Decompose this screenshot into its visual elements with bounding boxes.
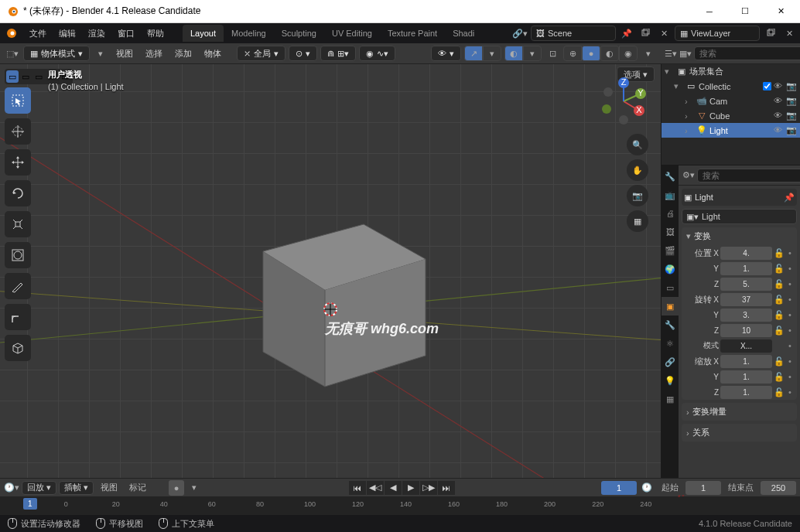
header-object[interactable]: 物体: [200, 46, 226, 61]
outliner-root[interactable]: ▾ ▣ 场景集合: [662, 64, 800, 79]
ptab-render[interactable]: 📺: [662, 186, 679, 204]
ptab-data[interactable]: 💡: [662, 371, 679, 390]
value-input[interactable]: 37: [720, 293, 772, 306]
value-input[interactable]: 1.: [720, 262, 772, 275]
mode-dropdown[interactable]: X...: [720, 339, 772, 353]
mode-dropdown[interactable]: ▦物体模式▾: [23, 46, 90, 61]
ptab-output[interactable]: 🖨: [662, 204, 679, 223]
disclosure-icon[interactable]: ›: [686, 408, 689, 417]
select-box-icon[interactable]: ▭: [6, 70, 19, 83]
lock-icon[interactable]: 🔓: [774, 326, 785, 336]
menu-window[interactable]: 窗口: [111, 26, 141, 42]
jump-end-icon[interactable]: ⏭: [438, 481, 455, 495]
header-view[interactable]: 视图: [111, 46, 138, 61]
chevron-down-icon[interactable]: ▾: [483, 46, 501, 61]
ptab-world[interactable]: 🌍: [662, 260, 679, 278]
xray-icon[interactable]: ⊡: [545, 46, 560, 61]
eye-icon[interactable]: 👁: [774, 125, 785, 135]
rotate-tool[interactable]: [5, 180, 31, 206]
disclosure-icon[interactable]: ▾: [686, 231, 691, 241]
solid-icon[interactable]: ●: [582, 46, 600, 61]
tab-shading[interactable]: Shadi: [445, 25, 482, 42]
3d-viewport[interactable]: 无痕哥 whg6.com ▭ ▭ ▭ ▭ ▭ 用户透视 (1) Collecti…: [0, 64, 661, 478]
current-frame[interactable]: 1: [601, 481, 637, 495]
select-subtract-icon[interactable]: ▭: [32, 70, 45, 83]
lock-icon[interactable]: 🔓: [774, 310, 785, 320]
viewlayer-field[interactable]: ▦ViewLayer: [675, 26, 760, 41]
nav-gizmo[interactable]: X Y Z: [599, 77, 648, 126]
timeline-view-menu[interactable]: 视图: [96, 482, 122, 493]
tab-layout[interactable]: Layout: [183, 25, 224, 42]
chevron-down-icon[interactable]: ▾: [641, 46, 656, 61]
copy-viewlayer-icon[interactable]: [763, 26, 778, 41]
header-add[interactable]: 添加: [170, 46, 197, 61]
select-extend-icon[interactable]: ▭: [19, 70, 32, 83]
measure-tool[interactable]: [5, 304, 31, 330]
delete-viewlayer-icon[interactable]: ✕: [781, 26, 797, 41]
disclosure-icon[interactable]: ›: [685, 111, 694, 121]
timeline-ruler[interactable]: 1 020406080100120140160180200220240: [0, 497, 800, 515]
ptab-scene[interactable]: 🎬: [662, 241, 679, 260]
overlay-icon[interactable]: ◐: [504, 46, 523, 61]
select-tool[interactable]: [5, 87, 31, 114]
annotate-tool[interactable]: [5, 273, 31, 299]
camera-icon[interactable]: 📷: [786, 96, 797, 106]
breadcrumb[interactable]: ▣ Light 📌: [682, 189, 797, 206]
chevron-down-icon[interactable]: ▾: [186, 480, 202, 496]
editor-type-icon[interactable]: ⬚▾: [5, 46, 20, 61]
collection-checkbox[interactable]: [763, 82, 771, 90]
jump-start-icon[interactable]: ⏮: [349, 481, 366, 495]
gizmo-icon[interactable]: ↗: [464, 46, 483, 61]
delete-scene-icon[interactable]: ✕: [656, 26, 672, 41]
value-input[interactable]: 10: [720, 324, 772, 337]
visibility-dropdown[interactable]: 👁▾: [431, 46, 461, 61]
keyframe-dot[interactable]: •: [786, 387, 794, 397]
camera-icon[interactable]: 📷: [786, 125, 797, 135]
chevron-down-icon[interactable]: ▾: [93, 46, 108, 61]
ptab-constraints[interactable]: 🔗: [662, 353, 679, 371]
menu-file[interactable]: 文件: [23, 26, 53, 42]
pivot-dropdown[interactable]: ⊙▾: [289, 46, 317, 61]
editor-type-icon[interactable]: 🕐▾: [4, 480, 19, 496]
lock-icon[interactable]: 🔓: [774, 264, 785, 274]
keyframe-dot[interactable]: •: [786, 341, 794, 350]
value-input[interactable]: 1.: [720, 386, 772, 399]
disclosure-icon[interactable]: ›: [685, 97, 694, 106]
prev-keyframe-icon[interactable]: ◀◁: [367, 481, 384, 495]
add-cube-tool[interactable]: [5, 335, 31, 361]
wireframe-icon[interactable]: ⊕: [563, 46, 582, 61]
keyframe-dot[interactable]: •: [786, 295, 794, 304]
ptab-tool[interactable]: 🔧: [662, 167, 679, 186]
menu-edit[interactable]: 编辑: [53, 26, 82, 42]
playback-dropdown[interactable]: 回放▾: [22, 481, 56, 495]
keyframe-dot[interactable]: •: [786, 326, 794, 335]
value-input[interactable]: 4.: [720, 247, 772, 260]
panel-header[interactable]: ▾变换: [682, 227, 797, 245]
orientation-dropdown[interactable]: ⤫全局▾: [237, 46, 285, 61]
value-input[interactable]: 5.: [720, 278, 772, 291]
menu-help[interactable]: 帮助: [141, 26, 170, 42]
lock-icon[interactable]: 🔓: [774, 372, 785, 382]
panel-header[interactable]: ›变换增量: [682, 403, 797, 421]
matprev-icon[interactable]: ◐: [600, 46, 619, 61]
eye-icon[interactable]: 👁: [774, 111, 785, 121]
scene-field[interactable]: 🖼Scene: [531, 26, 616, 41]
eye-icon[interactable]: 👁: [774, 81, 785, 91]
editor-type-icon[interactable]: ⚙▾: [682, 168, 695, 183]
move-tool[interactable]: [5, 149, 31, 176]
snap-dropdown[interactable]: ⋒⊞▾: [320, 46, 356, 61]
zoom-icon[interactable]: 🔍: [627, 134, 648, 155]
properties-search[interactable]: [697, 169, 800, 182]
app-menu-icon[interactable]: [3, 26, 19, 41]
display-mode-icon[interactable]: ▦▾: [679, 46, 692, 61]
value-input[interactable]: 1.: [720, 355, 772, 368]
outliner-row[interactable]: › ▽ Cube 👁📷: [662, 108, 800, 123]
datablock-dropdown[interactable]: ▣▾ Light: [682, 209, 797, 224]
disclosure-icon[interactable]: ›: [685, 126, 694, 135]
camera-icon[interactable]: 📷: [786, 81, 797, 91]
outliner-row[interactable]: ▾ ▭ Collectic 👁📷: [662, 79, 800, 94]
ptab-viewlayer[interactable]: 🖼: [662, 223, 679, 241]
header-select[interactable]: 选择: [141, 46, 167, 61]
timeline-mark-menu[interactable]: 标记: [125, 482, 151, 493]
maximize-button[interactable]: ☐: [727, 0, 763, 23]
